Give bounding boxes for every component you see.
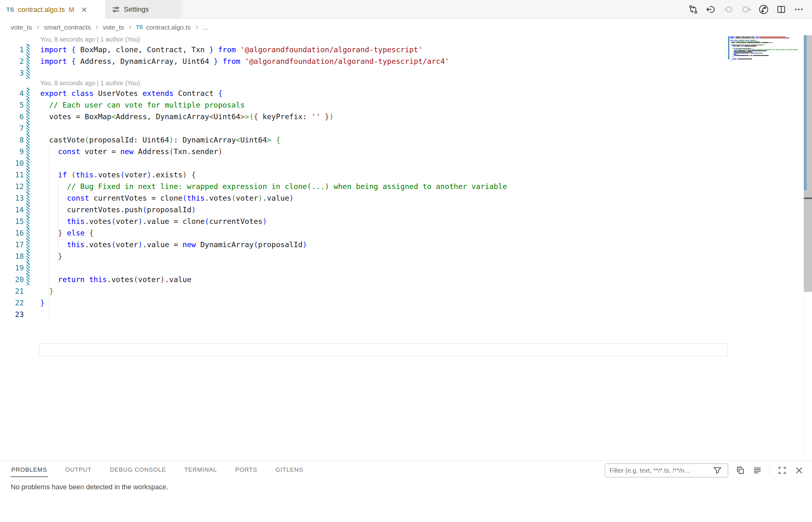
gutter-modified-indicator[interactable] bbox=[26, 181, 29, 193]
modified-badge: M bbox=[68, 6, 74, 14]
gutter-modified-indicator[interactable] bbox=[26, 134, 29, 146]
gutter-spacer bbox=[26, 309, 29, 320]
indent-guide bbox=[58, 274, 58, 286]
view-as-list-icon[interactable] bbox=[753, 466, 762, 475]
tab-terminal[interactable]: TERMINAL bbox=[184, 462, 217, 477]
line-number: 17 bbox=[0, 239, 24, 250]
gutter-modified-indicator[interactable] bbox=[26, 99, 29, 111]
code-line[interactable]: 16 } else { bbox=[0, 227, 812, 239]
open-changes-icon[interactable] bbox=[688, 4, 698, 15]
code-text bbox=[29, 158, 40, 169]
tab-contract-algo-ts[interactable]: TS contract.algo.ts M bbox=[0, 0, 106, 19]
line-number: 3 bbox=[0, 67, 24, 79]
code-line[interactable]: 13 const currentVotes = clone(this.votes… bbox=[0, 193, 812, 204]
code-line[interactable]: 7 bbox=[0, 123, 812, 134]
close-panel-icon[interactable] bbox=[794, 466, 804, 475]
line-number: 16 bbox=[0, 227, 24, 239]
code-line[interactable]: 11 if (this.votes(voter).exists) { bbox=[0, 169, 812, 181]
gutter-modified-indicator[interactable] bbox=[26, 274, 29, 285]
code-line[interactable]: 1import { BoxMap, clone, Contract, Txn }… bbox=[0, 44, 812, 56]
breadcrumb-item[interactable]: vote_ts bbox=[103, 24, 124, 31]
breadcrumb-item-symbol[interactable]: ... bbox=[203, 24, 208, 31]
chevron-right-icon bbox=[35, 24, 41, 30]
editor-scrollbar[interactable] bbox=[804, 35, 812, 461]
gutter-modified-indicator[interactable] bbox=[26, 250, 29, 262]
tab-settings[interactable]: Settings bbox=[106, 0, 182, 19]
gutter-modified-indicator[interactable] bbox=[26, 216, 29, 227]
code-line[interactable]: 10 bbox=[0, 158, 812, 169]
tab-label: contract.algo.ts bbox=[18, 6, 65, 14]
minimap-modified-decoration bbox=[728, 36, 729, 59]
code-line[interactable]: 5 // Each user can vote for multiple pro… bbox=[0, 99, 812, 111]
codelens-link[interactable]: You, 8 seconds ago | 1 author (You) bbox=[0, 35, 140, 44]
code-text: const currentVotes = clone(this.votes(vo… bbox=[29, 193, 294, 204]
line-number: 6 bbox=[0, 111, 24, 123]
gutter-modified-indicator[interactable] bbox=[26, 239, 29, 250]
code-line[interactable]: 9 const voter = new Address(Txn.sender) bbox=[0, 146, 812, 158]
copy-icon[interactable] bbox=[736, 466, 745, 475]
panel-controls bbox=[605, 463, 804, 477]
gutter-modified-indicator[interactable] bbox=[26, 44, 29, 56]
next-change-icon[interactable] bbox=[741, 4, 751, 15]
code-text bbox=[29, 309, 40, 320]
code-line[interactable]: 8 castVote(proposalId: Uint64): DynamicA… bbox=[0, 134, 812, 146]
code-line[interactable]: 19 bbox=[0, 262, 812, 274]
indent-guide bbox=[49, 146, 49, 321]
more-actions-icon[interactable] bbox=[794, 4, 804, 15]
tab-debug-console[interactable]: DEBUG CONSOLE bbox=[109, 462, 167, 477]
tab-gitlens[interactable]: GITLENS bbox=[275, 462, 304, 477]
code-line[interactable]: 21 } bbox=[0, 285, 812, 297]
problems-filter[interactable] bbox=[605, 463, 728, 477]
code-line[interactable]: 6 votes = BoxMap<Address, DynamicArray<U… bbox=[0, 111, 812, 123]
gutter-modified-indicator[interactable] bbox=[26, 111, 29, 123]
ts-file-icon: TS bbox=[6, 6, 14, 13]
tab-problems[interactable]: PROBLEMS bbox=[11, 462, 48, 477]
code-text: return this.votes(voter).value bbox=[29, 274, 191, 285]
codelens-link[interactable]: You, 8 seconds ago | 1 author (You) bbox=[0, 79, 140, 88]
gitlens-graph-icon[interactable] bbox=[758, 4, 769, 15]
close-tab-icon[interactable] bbox=[80, 5, 89, 15]
split-editor-icon[interactable] bbox=[776, 4, 786, 15]
code-line[interactable]: 20 return this.votes(voter).value bbox=[0, 274, 812, 285]
minimap[interactable] bbox=[728, 35, 804, 461]
maximize-panel-icon[interactable] bbox=[777, 466, 787, 475]
code-line[interactable]: 4export class UserVotes extends Contract… bbox=[0, 88, 812, 99]
gutter-modified-indicator[interactable] bbox=[26, 146, 29, 158]
line-number: 10 bbox=[0, 158, 24, 169]
tab-ports[interactable]: PORTS bbox=[235, 462, 258, 477]
gutter-modified-indicator[interactable] bbox=[26, 158, 29, 169]
code-text: votes = BoxMap<Address, DynamicArray<Uin… bbox=[29, 111, 334, 123]
code-line[interactable]: 2import { Address, DynamicArray, Uint64 … bbox=[0, 56, 812, 67]
gutter-modified-indicator[interactable] bbox=[26, 56, 29, 67]
code-text: castVote(proposalId: Uint64): DynamicArr… bbox=[29, 134, 280, 146]
previous-change-arrow-icon[interactable] bbox=[706, 4, 716, 15]
editor[interactable]: You, 8 seconds ago | 1 author (You)1impo… bbox=[0, 35, 812, 461]
gutter-modified-indicator[interactable] bbox=[26, 67, 29, 79]
gutter-modified-indicator[interactable] bbox=[26, 123, 29, 134]
gutter-modified-indicator[interactable] bbox=[26, 88, 29, 99]
line-number: 19 bbox=[0, 262, 24, 274]
breadcrumb-item[interactable]: smart_contracts bbox=[44, 24, 91, 31]
code-text: if (this.votes(voter).exists) { bbox=[29, 169, 196, 181]
gutter-modified-indicator[interactable] bbox=[26, 204, 29, 216]
code-text bbox=[29, 67, 40, 79]
code-line[interactable]: 14 currentVotes.push(proposalId) bbox=[0, 204, 812, 216]
code-line[interactable]: 18 } bbox=[0, 250, 812, 262]
filter-input[interactable] bbox=[610, 467, 713, 474]
breadcrumb-item[interactable]: vote_ts bbox=[11, 24, 32, 31]
code-line[interactable]: 22} bbox=[0, 297, 812, 309]
code-text: export class UserVotes extends Contract … bbox=[29, 88, 223, 99]
code-line[interactable]: 12 // Bug Fixed in next line: wrapped ex… bbox=[0, 181, 812, 193]
breadcrumb-item-file[interactable]: contract.algo.ts bbox=[146, 24, 191, 31]
gutter-modified-indicator[interactable] bbox=[26, 227, 29, 239]
code-line[interactable]: 17 this.votes(voter).value = new Dynamic… bbox=[0, 239, 812, 250]
code-line[interactable]: 3 bbox=[0, 67, 812, 79]
code-line[interactable]: 15 this.votes(voter).value = clone(curre… bbox=[0, 216, 812, 227]
gutter-modified-indicator[interactable] bbox=[26, 193, 29, 204]
previous-change-icon[interactable] bbox=[723, 4, 733, 15]
code-text: } bbox=[29, 297, 45, 309]
code-line[interactable]: 23 bbox=[0, 309, 812, 320]
gutter-modified-indicator[interactable] bbox=[26, 262, 29, 274]
gutter-modified-indicator[interactable] bbox=[26, 169, 29, 181]
tab-output[interactable]: OUTPUT bbox=[65, 462, 92, 477]
